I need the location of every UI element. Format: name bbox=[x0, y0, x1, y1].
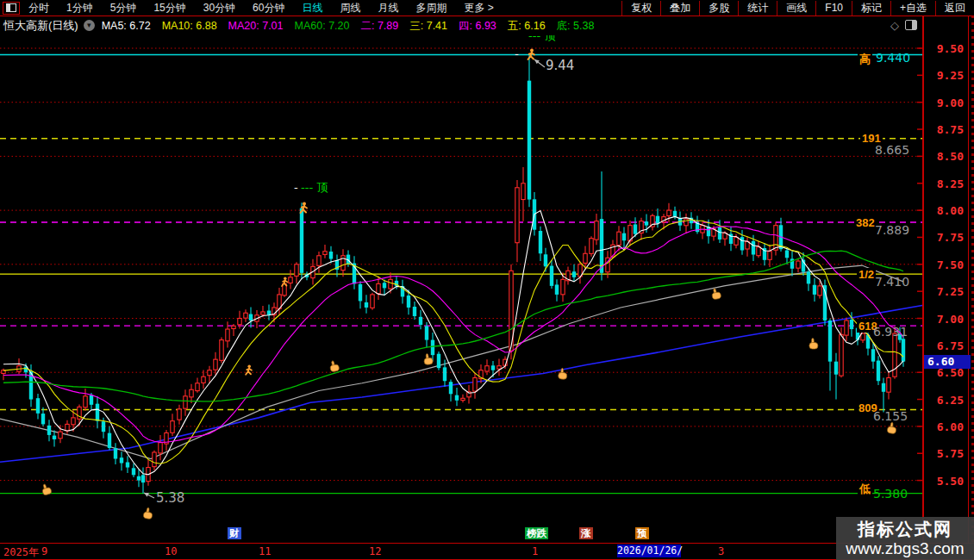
level-value: 6.931 bbox=[873, 325, 908, 339]
trading-app-window: ---- 顶---- 顶9.445.38 分时1分钟5分钟15分钟30分钟60分… bbox=[0, 0, 974, 560]
hand-bottom-marker-icon bbox=[329, 360, 340, 372]
event-badge-榜跌[interactable]: 榜跌 bbox=[525, 527, 548, 539]
price-tick-label: 8.00 bbox=[927, 204, 964, 217]
indicator-value: 底: 5.38 bbox=[557, 20, 595, 32]
level-value: 7.410 bbox=[875, 275, 909, 289]
action-标记[interactable]: 标记 bbox=[852, 1, 890, 16]
price-tick-label: 7.75 bbox=[927, 231, 964, 244]
price-tick-label: 9.25 bbox=[927, 69, 964, 82]
split-glyph bbox=[6, 3, 16, 12]
price-tick-label: 5.50 bbox=[927, 475, 964, 488]
action-多股[interactable]: 多股 bbox=[699, 1, 738, 16]
price-tick-label: 7.50 bbox=[927, 258, 964, 271]
action-统计[interactable]: 统计 bbox=[738, 1, 777, 16]
price-tick-label: 9.50 bbox=[927, 42, 964, 55]
split-window-icon[interactable] bbox=[3, 2, 20, 15]
price-tick-label: 6.75 bbox=[927, 339, 964, 352]
action-复权[interactable]: 复权 bbox=[621, 1, 660, 16]
price-tick-label: 6.25 bbox=[927, 394, 964, 407]
tab-60分钟[interactable]: 60分钟 bbox=[244, 1, 293, 16]
tab-多周期[interactable]: 多周期 bbox=[407, 1, 455, 16]
symbol-title: 恒大高新(日线) bbox=[3, 18, 78, 34]
level-name-低: 低 bbox=[858, 482, 872, 497]
level-name-382: 382 bbox=[854, 216, 877, 229]
indicator-value: MA20: 7.01 bbox=[228, 20, 284, 32]
action-F10[interactable]: F10 bbox=[815, 1, 852, 16]
indicator-value: MA60: 7.20 bbox=[295, 20, 350, 32]
chart-annotation: - bbox=[294, 181, 298, 194]
period-tabs: 分时1分钟5分钟15分钟30分钟60分钟日线周线月线多周期更多 > bbox=[20, 1, 503, 16]
candlestick-chart[interactable]: ---- 顶---- 顶9.445.38 bbox=[0, 0, 974, 560]
level-value: 9.440 bbox=[876, 51, 910, 65]
price-tick-label: 8.50 bbox=[927, 150, 964, 163]
event-badge-预[interactable]: 预 bbox=[635, 527, 649, 539]
event-badge-涨[interactable]: 涨 bbox=[579, 527, 593, 539]
watermark: 指标公式网 www.zbgs3.com bbox=[836, 517, 974, 560]
tab-15分钟[interactable]: 15分钟 bbox=[145, 1, 194, 16]
month-label-3: 3 bbox=[718, 545, 724, 557]
tab-5分钟[interactable]: 5分钟 bbox=[102, 1, 146, 16]
chart-annotation: 9.44 bbox=[546, 58, 574, 73]
watermark-url: www.zbgs3.com bbox=[846, 539, 964, 558]
level-value: 5.380 bbox=[873, 487, 908, 501]
price-tick-label: 7.25 bbox=[927, 285, 964, 298]
price-tick-label: 9.00 bbox=[927, 96, 964, 109]
event-badge-财[interactable]: 财 bbox=[228, 527, 241, 539]
watermark-title: 指标公式网 bbox=[858, 519, 952, 539]
tab-30分钟[interactable]: 30分钟 bbox=[195, 1, 244, 16]
price-tick-label: 5.75 bbox=[927, 447, 964, 460]
indicator-row-icons: ◇ bbox=[890, 16, 923, 34]
tab-日线[interactable]: 日线 bbox=[293, 1, 331, 16]
tab-更多 >[interactable]: 更多 > bbox=[455, 1, 502, 16]
tab-月线[interactable]: 月线 bbox=[369, 1, 407, 16]
level-value: 7.889 bbox=[875, 223, 909, 237]
hand-bottom-marker-icon bbox=[887, 422, 897, 434]
tab-周线[interactable]: 周线 bbox=[331, 1, 369, 16]
hand-bottom-marker-icon bbox=[143, 507, 153, 520]
action-返回[interactable]: 返回 bbox=[935, 1, 974, 16]
period-toolbar: 分时1分钟5分钟15分钟30分钟60分钟日线周线月线多周期更多 > 复权叠加多股… bbox=[0, 0, 974, 16]
tab-分时[interactable]: 分时 bbox=[20, 1, 58, 16]
runner-top-marker-icon bbox=[528, 49, 535, 60]
panel-toggle-icon[interactable] bbox=[905, 20, 917, 30]
selected-date-box: 2026/01/26/一 bbox=[617, 544, 681, 557]
diamond-icon[interactable]: ◇ bbox=[890, 19, 899, 32]
last-price-badge: 6.60 bbox=[924, 355, 971, 369]
price-tick-label: 6.00 bbox=[927, 420, 964, 433]
level-value: 6.155 bbox=[873, 409, 908, 423]
month-label-9: 9 bbox=[41, 545, 47, 557]
hand-bottom-marker-icon bbox=[711, 288, 721, 300]
indicator-value: 三: 7.41 bbox=[409, 20, 447, 32]
date-axis[interactable]: 2025年 910111213 2026/01/26/一 bbox=[0, 543, 974, 560]
chart-annotation: 5.38 bbox=[156, 490, 184, 506]
collapsed-panel-edge[interactable] bbox=[968, 16, 974, 543]
level-name-1/2: 1/2 bbox=[857, 268, 876, 281]
price-tick-label: 7.00 bbox=[927, 313, 964, 326]
chart-annotation: --- 顶 bbox=[301, 181, 328, 194]
runner-top-marker-icon bbox=[282, 277, 287, 286]
indicator-value: MA10: 6.88 bbox=[162, 20, 217, 32]
hand-bottom-marker-icon bbox=[809, 338, 818, 349]
action-叠加[interactable]: 叠加 bbox=[660, 1, 699, 16]
indicator-value: 五: 6.16 bbox=[508, 20, 546, 32]
level-value: 8.665 bbox=[875, 143, 909, 157]
price-tick-label: 8.25 bbox=[927, 177, 964, 190]
chevron-down-icon[interactable]: ▾ bbox=[84, 20, 95, 31]
month-label-11: 11 bbox=[259, 545, 271, 557]
indicator-bar: 恒大高新(日线) ▾ MA5: 6.72MA10: 6.88MA20: 7.01… bbox=[0, 16, 922, 34]
year-label: 2025年 bbox=[3, 545, 39, 560]
price-tick-label: 8.75 bbox=[927, 123, 964, 136]
indicator-values: MA5: 6.72MA10: 6.88MA20: 7.01MA60: 7.20二… bbox=[102, 17, 606, 34]
indicator-value: 二: 7.89 bbox=[360, 20, 398, 32]
month-label-1: 1 bbox=[532, 545, 538, 557]
chart-annotation: - bbox=[515, 47, 519, 60]
toolbar-actions: 复权叠加多股统计画线F10标记+自选返回 bbox=[621, 1, 974, 16]
month-label-10: 10 bbox=[165, 545, 177, 557]
runner-top-marker-icon bbox=[246, 364, 252, 374]
month-label-12: 12 bbox=[369, 545, 381, 557]
tab-1分钟[interactable]: 1分钟 bbox=[58, 1, 102, 16]
level-name-高: 高 bbox=[858, 52, 872, 67]
indicator-value: 四: 6.93 bbox=[459, 20, 496, 32]
action-画线[interactable]: 画线 bbox=[777, 1, 815, 16]
action-+自选[interactable]: +自选 bbox=[890, 1, 935, 16]
